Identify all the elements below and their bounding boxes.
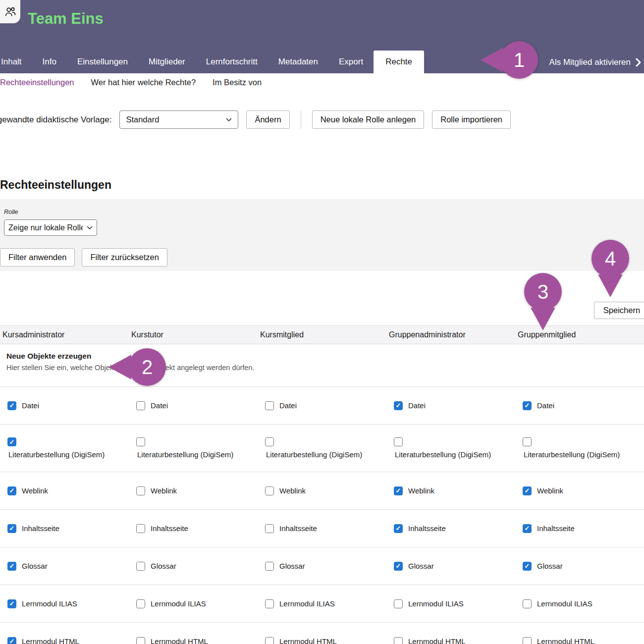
permission-row: Glossar Glossar Glossar Glossar Glossar	[0, 547, 644, 585]
permission-checkbox[interactable]	[394, 486, 403, 495]
role-column-header: Kursadministrator	[0, 330, 129, 339]
permission-cell: Inhaltsseite	[258, 524, 386, 533]
permission-label: Literaturbestellung (DigiSem)	[524, 450, 620, 459]
permission-checkbox[interactable]	[7, 637, 16, 644]
permission-label: Literaturbestellung (DigiSem)	[8, 450, 105, 459]
permission-checkbox[interactable]	[394, 524, 403, 533]
main-tabs: Inhalt Info Einstellungen Mitglieder Ler…	[0, 51, 644, 73]
role-column-header: Kursmitglied	[258, 330, 386, 339]
role-column-header: Gruppenadministrator	[386, 330, 515, 339]
permission-checkbox[interactable]	[136, 637, 145, 644]
permission-checkbox[interactable]	[265, 637, 274, 644]
permission-label: Lernmodul ILIAS	[22, 599, 77, 608]
permission-checkbox[interactable]	[7, 599, 16, 608]
permission-cell: Lernmodul ILIAS	[515, 599, 644, 608]
permission-checkbox[interactable]	[136, 524, 145, 533]
permission-checkbox[interactable]	[394, 637, 403, 644]
tab-info[interactable]: Info	[32, 51, 67, 73]
permission-label: Lernmodul ILIAS	[279, 599, 335, 608]
permission-checkbox[interactable]	[523, 599, 532, 608]
permission-checkbox[interactable]	[136, 401, 145, 410]
didactic-template-select[interactable]: Standard	[119, 110, 238, 129]
permission-label: Glossar	[22, 562, 48, 570]
tab-mitglieder[interactable]: Mitglieder	[138, 51, 196, 73]
permission-cell: Lernmodul ILIAS	[129, 599, 258, 608]
permission-label: Datei	[22, 401, 39, 410]
permission-cell: Datei	[129, 401, 258, 410]
permission-checkbox[interactable]	[523, 401, 532, 410]
subtab-im-besitz-von[interactable]: Im Besitz von	[213, 78, 262, 87]
permission-cell: Weblink	[0, 486, 129, 495]
permission-label: Literaturbestellung (DigiSem)	[137, 450, 233, 459]
toolbar-divider	[301, 111, 301, 129]
permission-label: Weblink	[537, 486, 563, 495]
chevron-down-icon	[87, 226, 93, 230]
permission-row: Weblink Weblink Weblink Weblink Weblink	[0, 472, 644, 510]
permission-checkbox[interactable]	[523, 437, 532, 446]
didactic-template-bar: Angewandte didaktische Vorlage: Standard…	[0, 110, 511, 129]
permission-label: Inhaltsseite	[537, 524, 575, 533]
permission-checkbox[interactable]	[136, 437, 145, 446]
permission-checkbox[interactable]	[136, 562, 145, 571]
permission-checkbox[interactable]	[523, 486, 532, 495]
permission-cell: Datei	[515, 401, 644, 410]
tab-export[interactable]: Export	[328, 51, 374, 73]
subtab-rechteeinstellungen[interactable]: Rechteeinstellungen	[0, 78, 74, 87]
save-button[interactable]: Speichern	[594, 302, 644, 319]
permission-checkbox[interactable]	[523, 562, 532, 571]
permission-label: Glossar	[408, 562, 434, 570]
permissions-table: Kursadministrator Kurstutor Kursmitglied…	[0, 325, 644, 644]
permission-checkbox[interactable]	[394, 401, 403, 410]
permission-row: Lernmodul ILIAS Lernmodul ILIAS Lernmodu…	[0, 585, 644, 623]
tab-rechte[interactable]: Rechte	[374, 51, 424, 73]
page-title: Team Eins	[28, 10, 104, 28]
filter-apply-button[interactable]: Filter anwenden	[0, 248, 75, 267]
permission-checkbox[interactable]	[7, 437, 16, 446]
permission-checkbox[interactable]	[523, 524, 532, 533]
new-local-role-button[interactable]: Neue lokale Rolle anlegen	[312, 110, 425, 129]
permission-checkbox[interactable]	[265, 401, 274, 410]
permission-label: Datei	[537, 401, 554, 410]
permission-checkbox[interactable]	[7, 524, 16, 533]
filter-panel: Rolle Zeige nur lokale Rollen Filter anw…	[0, 199, 644, 271]
filter-buttons: Filter anwenden Filter zurücksetzen	[0, 248, 167, 267]
callout-marker-number: 3	[524, 273, 562, 311]
role-column-header: Gruppenmitglied	[515, 330, 644, 339]
permission-checkbox[interactable]	[7, 401, 16, 410]
permission-label: Lernmodul ILIAS	[408, 599, 464, 608]
permission-checkbox[interactable]	[7, 562, 16, 571]
permissions-heading: Rechteeinstellungen	[0, 178, 111, 192]
permission-checkbox[interactable]	[7, 486, 16, 495]
permission-cell: Glossar	[515, 562, 644, 571]
tab-einstellungen[interactable]: Einstellungen	[67, 51, 138, 73]
permission-row: Literaturbestellung (DigiSem) Literaturb…	[0, 425, 644, 472]
tab-metadaten[interactable]: Metadaten	[268, 51, 328, 73]
role-filter-label: Rolle	[4, 209, 18, 215]
permission-checkbox[interactable]	[265, 486, 274, 495]
permission-label: Weblink	[22, 486, 48, 495]
permission-checkbox[interactable]	[523, 637, 532, 644]
filter-reset-button[interactable]: Filter zurücksetzen	[82, 248, 167, 267]
permission-checkbox[interactable]	[136, 486, 145, 495]
subtab-wer-hat-rechte[interactable]: Wer hat hier welche Rechte?	[91, 78, 196, 87]
permission-checkbox[interactable]	[265, 599, 274, 608]
permission-checkbox[interactable]	[394, 599, 403, 608]
tab-inhalt[interactable]: Inhalt	[0, 51, 32, 73]
permission-checkbox[interactable]	[394, 562, 403, 571]
group-object-icon	[0, 0, 20, 23]
permission-checkbox[interactable]	[265, 437, 274, 446]
role-column-header: Kurstutor	[129, 330, 258, 339]
permission-checkbox[interactable]	[394, 437, 403, 446]
permission-checkbox[interactable]	[265, 562, 274, 571]
change-template-button[interactable]: Ändern	[246, 110, 289, 129]
import-role-button[interactable]: Rolle importieren	[432, 110, 511, 129]
tab-lernfortschritt[interactable]: Lernfortschritt	[196, 51, 268, 73]
role-filter-select[interactable]: Zeige nur lokale Rollen	[4, 219, 97, 236]
permission-checkbox[interactable]	[265, 524, 274, 533]
callout-marker-number: 2	[128, 348, 166, 386]
permission-checkbox[interactable]	[136, 599, 145, 608]
permission-cell: Glossar	[258, 562, 386, 571]
activate-member-view-link[interactable]: Als Mitglied aktivieren	[549, 57, 641, 67]
permission-cell: Lernmodul HTML	[386, 637, 515, 644]
permission-label: Literaturbestellung (DigiSem)	[266, 450, 362, 459]
